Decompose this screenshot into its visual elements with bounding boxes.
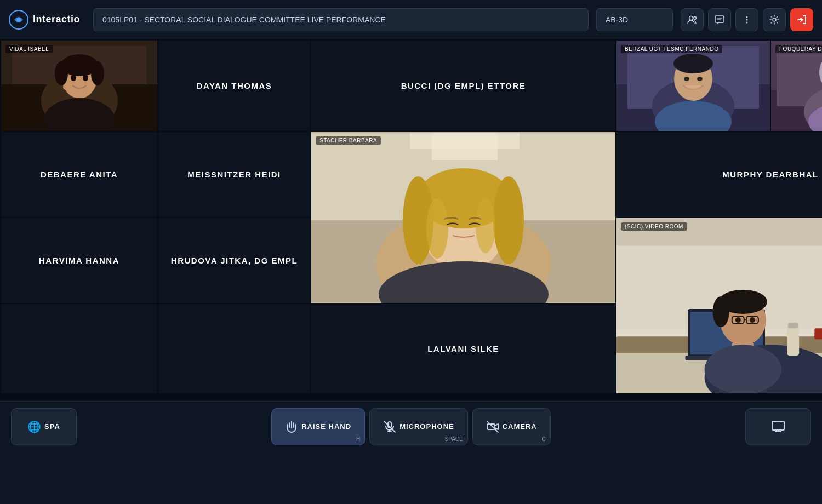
- camera-icon: [486, 420, 499, 433]
- svg-point-56: [476, 198, 495, 253]
- svg-point-8: [746, 19, 748, 20]
- svg-rect-81: [787, 325, 799, 356]
- svg-point-22: [63, 84, 68, 90]
- svg-point-54: [493, 176, 524, 264]
- murphy-name: MURPHY DEARBHAL: [718, 165, 822, 184]
- svg-rect-82: [788, 323, 798, 328]
- video-cell-empty-1: [1, 304, 157, 393]
- svg-point-71: [713, 296, 729, 327]
- raise-hand-icon: [285, 420, 298, 433]
- camera-content: CAMERA: [486, 420, 537, 433]
- raise-hand-content: RAISE HAND: [285, 420, 351, 433]
- svg-point-75: [735, 317, 741, 323]
- svg-point-7: [746, 16, 748, 18]
- svg-rect-89: [772, 421, 784, 430]
- meeting-title: 0105LP01 - SECTORAL SOCIAL DIALOGUE COMM…: [102, 15, 386, 24]
- scic-nametag: (SCIC) VIDEO ROOM: [621, 222, 687, 231]
- settings-icon: [769, 14, 780, 25]
- svg-point-20: [71, 75, 76, 81]
- exit-button[interactable]: [790, 8, 813, 31]
- fouqueray-photo-svg: [771, 41, 822, 131]
- screen-share-button[interactable]: [745, 408, 811, 445]
- svg-point-19: [91, 61, 104, 85]
- svg-rect-48: [432, 133, 498, 160]
- svg-line-87: [487, 421, 498, 432]
- video-cell-murphy: MURPHY DEARBHAL: [616, 132, 822, 217]
- svg-point-29: [673, 54, 713, 73]
- dayan-name: DAYAN THOMAS: [192, 77, 277, 95]
- microphone-icon: [383, 420, 396, 433]
- settings-button[interactable]: [763, 8, 786, 31]
- screen-share-icon: [770, 419, 786, 434]
- room-bar: AB-3D: [596, 8, 673, 31]
- svg-point-3: [694, 16, 697, 19]
- video-grid: VIDAL ISABEL DAYAN THOMAS BUCCI (DG EMPL…: [0, 39, 822, 401]
- spa-button[interactable]: 🌐 SPA: [11, 408, 77, 445]
- mic-content: MICROPHONE: [383, 420, 454, 433]
- video-cell-stacher: STACHER BARBARA: [311, 132, 615, 303]
- spa-label: SPA: [44, 422, 60, 431]
- bucci-name: BUCCI (DG EMPL) ETTORE: [397, 77, 530, 95]
- video-cell-bucci: BUCCI (DG EMPL) ETTORE: [311, 41, 615, 131]
- svg-rect-4: [715, 16, 724, 22]
- chat-icon: [714, 14, 725, 25]
- raise-hand-shortcut: H: [356, 436, 360, 442]
- exit-icon: [796, 14, 807, 25]
- vidal-photo-svg: [1, 41, 157, 131]
- svg-point-18: [55, 61, 68, 85]
- chat-button[interactable]: [708, 8, 731, 31]
- room-label: AB-3D: [606, 15, 628, 24]
- more-icon: [741, 14, 752, 25]
- stacher-nametag: STACHER BARBARA: [316, 136, 381, 145]
- video-cell-debaere: DEBAERE ANITA: [1, 132, 157, 217]
- lalvani-name: LALVANI SILKE: [423, 340, 504, 358]
- microphone-shortcut: SPACE: [445, 436, 463, 442]
- berzal-nametag: BERZAL UGT FESMC FERNANDO: [621, 45, 722, 53]
- video-cell-vidal: VIDAL ISABEL: [1, 41, 157, 131]
- svg-point-2: [689, 16, 693, 20]
- vidal-nametag: VIDAL ISABEL: [5, 45, 53, 53]
- video-cell-scic: (SCIC) VIDEO ROOM: [616, 218, 822, 393]
- camera-shortcut: C: [542, 436, 546, 442]
- spa-icon: 🌐: [27, 420, 41, 433]
- camera-label: CAMERA: [503, 422, 537, 431]
- video-cell-empty-2: [158, 304, 310, 393]
- video-cell-berzal: BERZAL UGT FESMC FERNANDO: [616, 41, 770, 131]
- participants-icon: [687, 14, 698, 25]
- svg-point-55: [426, 198, 448, 259]
- fouqueray-nametag: FOUQUERAY DENYS: [775, 45, 822, 53]
- participants-button[interactable]: [681, 8, 704, 31]
- raise-hand-label: RAISE HAND: [301, 422, 351, 431]
- svg-point-76: [750, 317, 755, 323]
- meeting-title-bar: 0105LP01 - SECTORAL SOCIAL DIALOGUE COMM…: [93, 8, 589, 31]
- debaere-name: DEBAERE ANITA: [36, 165, 122, 184]
- svg-point-78: [705, 345, 782, 393]
- svg-point-30: [684, 77, 689, 81]
- video-cell-dayan: DAYAN THOMAS: [158, 41, 310, 131]
- microphone-button[interactable]: MICROPHONE SPACE: [369, 408, 468, 445]
- berzal-photo-svg: [616, 41, 770, 131]
- meissnitzer-name: MEISSNITZER HEIDI: [183, 165, 286, 184]
- scic-photo-svg: [616, 218, 822, 393]
- video-cell-hrudova: HRUDOVA JITKA, DG EMPL: [158, 218, 310, 303]
- svg-point-10: [773, 18, 776, 21]
- raise-hand-button[interactable]: RAISE HAND H: [271, 408, 365, 445]
- spa-btn-content: 🌐 SPA: [27, 420, 60, 433]
- harvima-name: HARVIMA HANNA: [35, 251, 124, 270]
- header-icons: [681, 8, 813, 31]
- svg-point-9: [746, 21, 748, 23]
- stacher-photo-svg: [311, 132, 615, 303]
- hrudova-name: HRUDOVA JITKA, DG EMPL: [167, 251, 302, 270]
- more-button[interactable]: [735, 8, 758, 31]
- logo-area: Interactio: [9, 10, 85, 30]
- video-cell-harvima: HARVIMA HANNA: [1, 218, 157, 303]
- svg-rect-80: [814, 328, 822, 339]
- logo-icon: [9, 10, 28, 30]
- svg-point-1: [16, 18, 21, 22]
- video-cell-meissnitzer: MEISSNITZER HEIDI: [158, 132, 310, 217]
- camera-button[interactable]: CAMERA C: [472, 408, 551, 445]
- svg-point-31: [697, 77, 703, 81]
- logo-text: Interactio: [33, 14, 80, 25]
- svg-point-21: [83, 75, 88, 81]
- header: Interactio 0105LP01 - SECTORAL SOCIAL DI…: [0, 0, 822, 39]
